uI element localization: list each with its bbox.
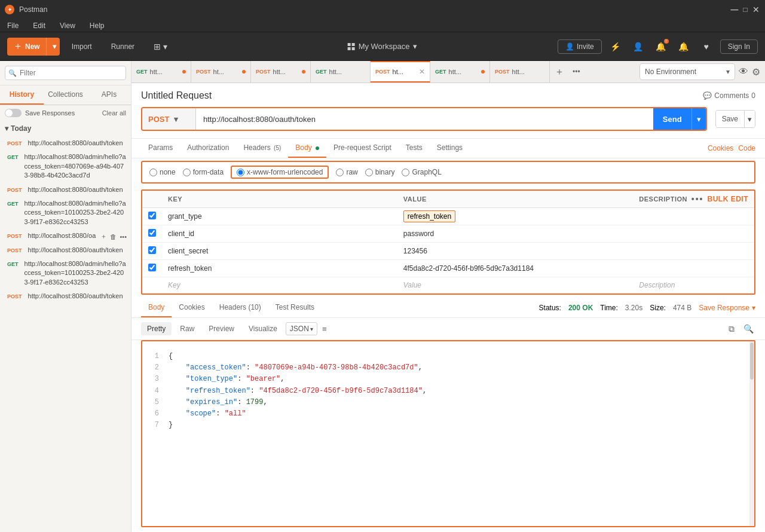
sidebar-tab-collections[interactable]: Collections (44, 85, 87, 105)
send-button[interactable]: Send ▾ (653, 108, 706, 130)
new-button-main[interactable]: ＋ New (7, 38, 47, 56)
heart-icon-button[interactable]: ♥ (697, 38, 715, 56)
placeholder-key[interactable]: Key (162, 277, 397, 293)
search-response-button[interactable]: 🔍 (741, 322, 755, 336)
list-item[interactable]: POST http://localhost:8080/oa ＋ 🗑 ••• (0, 229, 131, 243)
save-responses-toggle[interactable]: Save Responses (5, 109, 75, 117)
req-tab-body[interactable]: Body (288, 139, 326, 158)
url-input[interactable] (196, 108, 653, 130)
menu-help[interactable]: Help (87, 20, 107, 31)
environment-eye-button[interactable]: 👁 (739, 66, 748, 77)
param-key-cell[interactable]: client_id (162, 225, 397, 243)
sidebar-tab-apis[interactable]: APIs (87, 85, 131, 105)
param-desc-cell[interactable] (633, 260, 754, 277)
bulk-edit-button[interactable]: Bulk Edit (708, 195, 749, 203)
list-item[interactable]: GET http://localhost:8080/admin/hello?ac… (0, 197, 131, 229)
list-item[interactable]: GET http://localhost:8080/admin/hello?ac… (0, 150, 131, 182)
row-checkbox[interactable] (148, 246, 156, 254)
send-main-button[interactable]: Send (653, 108, 692, 130)
param-value-cell[interactable]: 123456 (397, 243, 634, 260)
new-button-arrow[interactable]: ▾ (49, 38, 60, 56)
request-tab-2[interactable]: POST ht... (191, 61, 251, 82)
list-item[interactable]: POST http://localhost:8080/oauth/token (0, 183, 131, 197)
cookies-button[interactable]: Cookies (708, 144, 733, 152)
list-item[interactable]: POST http://localhost:8080/oauth/token (0, 136, 131, 150)
radio-none[interactable] (149, 169, 157, 176)
format-type-selector[interactable]: JSON ▾ (286, 322, 317, 335)
copy-response-button[interactable]: ⧉ (724, 322, 739, 336)
format-tab-pretty[interactable]: Pretty (141, 322, 172, 335)
signin-button[interactable]: Sign In (720, 39, 758, 54)
body-option-none[interactable]: none (149, 168, 176, 176)
row-checkbox[interactable] (148, 229, 156, 237)
req-tab-headers[interactable]: Headers (5) (236, 139, 288, 158)
toggle-switch[interactable] (5, 109, 22, 117)
body-option-graphql[interactable]: GraphQL (402, 168, 441, 176)
item-more-button[interactable]: ••• (119, 231, 127, 241)
placeholder-value[interactable]: Value (397, 277, 634, 293)
sidebar-filter-input[interactable] (5, 66, 126, 80)
req-tab-params[interactable]: Params (141, 139, 180, 158)
code-button[interactable]: Code (738, 144, 755, 152)
list-item[interactable]: POST http://localhost:8080/oauth/token (0, 243, 131, 257)
param-value-cell[interactable]: password (397, 225, 634, 243)
list-item[interactable]: GET http://localhost:8080/admin/hello?ac… (0, 257, 131, 289)
radio-graphql[interactable] (402, 169, 409, 176)
save-main-button[interactable]: Save (716, 111, 745, 127)
request-tab-3[interactable]: POST htt... (251, 61, 311, 82)
clear-all-button[interactable]: Clear all (102, 109, 126, 117)
req-tab-authorization[interactable]: Authorization (180, 139, 236, 158)
param-desc-cell[interactable] (633, 225, 754, 243)
radio-form-data[interactable] (183, 169, 191, 176)
param-key-cell[interactable]: grant_type (162, 208, 397, 225)
method-selector[interactable]: POST ▾ (142, 108, 196, 130)
comments-button[interactable]: 💬 Comments 0 (703, 91, 755, 100)
tab-close-button[interactable]: ✕ (419, 68, 425, 76)
save-response-button[interactable]: Save Response ▾ (699, 304, 755, 312)
save-button[interactable]: Save ▾ (715, 110, 755, 128)
placeholder-desc[interactable]: Description (633, 277, 754, 293)
minimize-button[interactable]: ─ (730, 5, 739, 14)
row-checkbox[interactable] (148, 212, 156, 219)
req-tab-settings[interactable]: Settings (430, 139, 470, 158)
format-lines-button[interactable]: ≡ (322, 325, 327, 334)
req-tab-tests[interactable]: Tests (399, 139, 430, 158)
request-tab-5[interactable]: POST ht... ✕ (371, 61, 430, 82)
format-tab-preview[interactable]: Preview (203, 322, 240, 335)
save-dropdown-button[interactable]: ▾ (745, 111, 755, 127)
menu-view[interactable]: View (57, 20, 78, 31)
param-desc-cell[interactable] (633, 243, 754, 260)
radio-binary[interactable] (365, 169, 373, 176)
bolt-icon-button[interactable]: ⚡ (607, 38, 625, 56)
radio-raw[interactable] (336, 169, 344, 176)
param-value-cell[interactable]: refresh_token (397, 208, 634, 225)
environment-selector[interactable]: No Environment ▾ (639, 63, 735, 80)
list-item[interactable]: POST http://localhost:8080/oauth/token (0, 289, 131, 303)
menu-edit[interactable]: Edit (30, 20, 48, 31)
request-tab-7[interactable]: POST htt... (490, 61, 550, 82)
scrollbar-thumb[interactable] (750, 343, 754, 380)
maximize-button[interactable]: □ (741, 5, 749, 14)
format-tab-visualize[interactable]: Visualize (243, 322, 283, 335)
body-option-raw[interactable]: raw (336, 168, 357, 176)
invite-button[interactable]: 👤 Invite (558, 39, 602, 54)
request-tab-6[interactable]: GET htt... (430, 61, 490, 82)
menu-file[interactable]: File (5, 20, 21, 31)
item-delete-button[interactable]: 🗑 (109, 231, 117, 241)
table-more-button[interactable]: ••• (691, 194, 704, 204)
send-dropdown-button[interactable]: ▾ (692, 108, 706, 130)
resp-tab-test-results[interactable]: Test Results (268, 298, 322, 317)
body-option-binary[interactable]: binary (365, 168, 395, 176)
request-tab-1[interactable]: GET htt... (131, 61, 191, 82)
new-button[interactable]: ＋ New ▾ (7, 38, 60, 56)
body-option-form-data[interactable]: form-data (183, 168, 224, 176)
resp-tab-headers[interactable]: Headers (10) (212, 298, 268, 317)
sidebar-group-header[interactable]: ▾ Today (0, 121, 131, 136)
param-desc-cell[interactable] (633, 208, 754, 225)
sidebar-tab-history[interactable]: History (0, 85, 44, 105)
add-tab-button[interactable]: ＋ (550, 66, 569, 78)
item-add-button[interactable]: ＋ (100, 231, 108, 241)
radio-urlencoded[interactable] (237, 169, 244, 176)
body-option-urlencoded[interactable]: x-www-form-urlencoded (231, 166, 329, 179)
resp-tab-cookies[interactable]: Cookies (172, 298, 212, 317)
